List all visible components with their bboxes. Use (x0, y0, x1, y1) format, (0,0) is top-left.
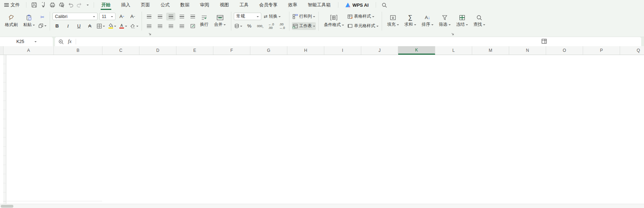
row-number[interactable]: 13 (3, 165, 6, 174)
strikethrough-button[interactable]: A (85, 22, 94, 30)
row-number[interactable]: 7 (3, 110, 6, 119)
row-number[interactable]: 16 (3, 192, 6, 202)
column-header-l[interactable]: L (435, 46, 472, 55)
horizontal-scrollbar-thumb[interactable] (1, 205, 13, 208)
column-header-m[interactable]: M (472, 46, 509, 55)
percent-format-button[interactable]: % (245, 22, 254, 30)
row-number[interactable]: 11 (3, 147, 6, 156)
increase-font-button[interactable]: A+ (117, 13, 126, 20)
font-color-button[interactable]: A (119, 22, 128, 30)
cut-button[interactable]: ✂ (38, 13, 47, 21)
row-number[interactable]: 5 (3, 92, 6, 101)
bold-button[interactable]: B (52, 22, 62, 30)
fill-button[interactable]: 填充 (384, 15, 402, 27)
export-icon[interactable] (40, 2, 46, 8)
sort-button[interactable]: A↓ 排序 (419, 15, 436, 27)
rows-columns-button[interactable]: 行和列 (292, 13, 316, 20)
format-painter-button[interactable]: 格式刷 (2, 14, 20, 28)
formula-bar-panel-icon[interactable] (542, 39, 547, 44)
search-icon[interactable] (378, 2, 390, 8)
increase-decimal-button[interactable]: ←.0.00 (267, 22, 276, 30)
number-format-select[interactable]: 常规 (234, 13, 261, 20)
borders-button[interactable] (96, 22, 106, 30)
find-button[interactable]: 查找 (471, 15, 488, 27)
row-number[interactable]: 1 (3, 55, 6, 64)
cell-style-button[interactable]: 单元格样式 (347, 22, 379, 30)
row-number[interactable]: 14 (3, 174, 6, 183)
print-icon[interactable] (50, 2, 55, 8)
italic-button[interactable]: I (63, 22, 73, 30)
filter-button[interactable]: 筛选 (436, 15, 454, 27)
tab-membership[interactable]: 会员专享 (254, 0, 283, 10)
conditional-format-button[interactable]: 条件格式 (321, 14, 347, 28)
fill-color-button[interactable] (107, 22, 117, 30)
tab-tools[interactable]: 工具 (234, 0, 254, 10)
row-number[interactable]: 2 (3, 64, 6, 73)
merge-cells-button[interactable]: 合并 (211, 15, 229, 27)
decrease-font-button[interactable]: A− (128, 13, 137, 20)
tab-efficiency[interactable]: 效率 (283, 0, 302, 10)
row-number[interactable]: 3 (3, 73, 6, 82)
name-box[interactable]: K25 (0, 37, 53, 46)
insert-function-icon[interactable]: fx (68, 39, 71, 44)
column-header-a[interactable]: A (4, 46, 54, 55)
print-preview-icon[interactable] (59, 2, 64, 8)
column-header-q[interactable]: Q (620, 46, 644, 55)
save-icon[interactable] (31, 2, 37, 8)
freeze-button[interactable]: 冻结 (454, 15, 471, 27)
align-left-button[interactable] (144, 22, 154, 30)
align-middle-button[interactable] (155, 13, 164, 20)
copy-button[interactable] (38, 22, 47, 30)
align-bottom-button[interactable] (166, 13, 175, 20)
tab-view[interactable]: 视图 (214, 0, 234, 10)
decrease-indent-button[interactable] (177, 13, 186, 20)
formula-input-zone[interactable]: fx (55, 37, 641, 46)
align-right-button[interactable] (166, 22, 175, 30)
tab-page[interactable]: 页面 (136, 0, 155, 10)
wrap-text-button[interactable]: 换行 (197, 15, 211, 27)
paste-button[interactable]: 粘贴 (20, 14, 38, 28)
column-header-i[interactable]: I (324, 46, 361, 55)
justify-button[interactable] (177, 22, 186, 30)
column-header-k-selected[interactable]: K (398, 46, 435, 55)
column-header-o[interactable]: O (546, 46, 583, 55)
align-top-button[interactable] (144, 13, 154, 20)
decrease-decimal-button[interactable]: .00→.0 (277, 22, 287, 30)
horizontal-scrollbar[interactable] (0, 204, 644, 208)
tab-insert[interactable]: 插入 (116, 0, 136, 10)
text-orientation-button[interactable] (188, 22, 197, 30)
convert-button[interactable]: ⇄ 转换 (263, 13, 281, 20)
row-number[interactable]: 10 (3, 137, 6, 147)
tab-smart-toolbox[interactable]: 智能工具箱 (302, 0, 336, 10)
row-number[interactable]: 6 (3, 101, 6, 110)
column-header-g[interactable]: G (250, 46, 287, 55)
group-expander-icon[interactable] (451, 33, 454, 36)
select-all-corner[interactable] (0, 46, 4, 55)
row-number[interactable]: 9 (3, 128, 6, 137)
thousands-separator-button[interactable]: 000, (256, 22, 265, 30)
row-number[interactable]: 8 (3, 119, 6, 128)
tab-review[interactable]: 审阅 (195, 0, 214, 10)
quickbar-more-chevron-icon[interactable] (87, 5, 89, 7)
currency-format-button[interactable] (234, 22, 243, 30)
column-header-p[interactable]: P (583, 46, 620, 55)
row-number[interactable]: 12 (3, 156, 6, 165)
column-header-c[interactable]: C (102, 46, 139, 55)
redo-icon[interactable] (77, 3, 82, 7)
tab-home[interactable]: 开始 (96, 0, 116, 10)
underline-button[interactable]: U (74, 22, 83, 30)
font-name-select[interactable]: Calibri (52, 13, 98, 20)
row-number[interactable]: 4 (3, 82, 6, 92)
row-number[interactable]: 15 (3, 183, 6, 192)
table-style-button[interactable]: 表格样式 (347, 13, 375, 20)
undo-icon[interactable] (68, 3, 73, 7)
column-header-h[interactable]: H (287, 46, 324, 55)
column-header-j[interactable]: J (361, 46, 398, 55)
font-size-select[interactable]: 11 (99, 13, 115, 20)
column-header-f[interactable]: F (213, 46, 250, 55)
wps-ai-button[interactable]: WPS AI (340, 2, 374, 8)
column-header-b[interactable]: B (54, 46, 102, 55)
eraser-button[interactable] (130, 22, 139, 30)
column-header-e[interactable]: E (176, 46, 213, 55)
column-header-d[interactable]: D (139, 46, 176, 55)
